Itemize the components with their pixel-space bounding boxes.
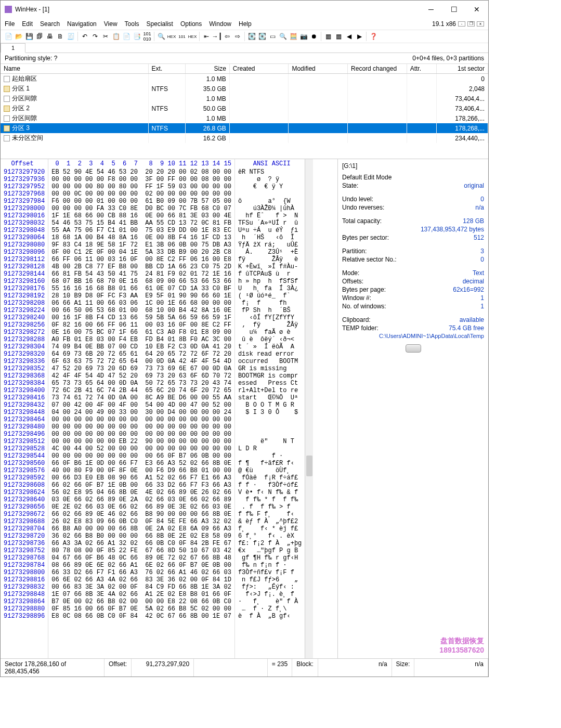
partition-table: Name Ext. Size Created Modified Record c… bbox=[1, 64, 488, 143]
magnify-icon[interactable]: 🔍 bbox=[278, 32, 288, 41]
table-row[interactable]: 分区间隙1.0 MB178,266,... bbox=[1, 113, 488, 123]
minimize-button[interactable]: ─ bbox=[420, 3, 442, 16]
col-modified[interactable]: Modified bbox=[289, 64, 348, 74]
col-size[interactable]: Size bbox=[185, 64, 229, 74]
hex-bytes-column[interactable]: 0 1 2 3 4 5 6 7 8 9 10 11 12 13 14 15EB … bbox=[48, 159, 234, 658]
sub-close-button[interactable]: x bbox=[477, 21, 484, 27]
close-button[interactable]: ✕ bbox=[465, 3, 488, 16]
ascii-column[interactable]: ANSI ASCIIëR NTFS ø ? ÿ € € ÿ Y ö a° {W … bbox=[234, 159, 305, 658]
disk1-icon[interactable]: 💽 bbox=[247, 32, 256, 41]
col-record[interactable]: Record changed bbox=[348, 64, 407, 74]
goto-start-icon[interactable]: ⇤ bbox=[202, 32, 211, 41]
redo-icon[interactable]: ↷ bbox=[90, 32, 100, 41]
col-attr[interactable]: Attr. bbox=[407, 64, 436, 74]
menu-view[interactable]: View bbox=[104, 20, 118, 28]
win-no-label: Window #: bbox=[342, 294, 371, 302]
table-row[interactable]: 起始扇区1.0 MB0 bbox=[1, 74, 488, 84]
blocks2-icon[interactable]: ▦ bbox=[334, 32, 343, 41]
edit-mode-label: Default Edit Mode bbox=[342, 174, 392, 181]
toolbar: 📄 📂 💾 🗐 🖶 🗎 🧾 ↶ ↷ ✂ 📋 📄 📑 101010 🔍 HEX 1… bbox=[1, 30, 488, 43]
menu-navigation[interactable]: Navigation bbox=[67, 20, 97, 28]
replace-icon[interactable]: 101 bbox=[177, 32, 187, 41]
record-icon[interactable]: ⏺ bbox=[309, 32, 319, 41]
bps-value: 512 bbox=[474, 234, 484, 241]
camera-icon[interactable]: 📷 bbox=[299, 32, 308, 41]
tab-1[interactable]: 1 bbox=[1, 43, 25, 53]
next-icon[interactable]: ▶ bbox=[355, 32, 364, 41]
menu-file[interactable]: File bbox=[5, 20, 15, 28]
capacity-label: Total capacity: bbox=[342, 217, 382, 225]
fwd-icon[interactable]: ⇨ bbox=[233, 32, 242, 41]
drive-path: [G:\1] bbox=[342, 162, 357, 170]
col-name[interactable]: Name bbox=[1, 64, 148, 74]
calc-icon[interactable]: 🧮 bbox=[289, 32, 298, 41]
back-icon[interactable]: ⇦ bbox=[223, 32, 232, 41]
cut-icon[interactable]: ✂ bbox=[101, 32, 110, 41]
no-win-label: No. of windows: bbox=[342, 303, 386, 310]
prev-icon[interactable]: ◀ bbox=[344, 32, 354, 41]
win-no-value: 1 bbox=[480, 294, 484, 302]
info-panel: [G:\1] Default Edit Mode State:original … bbox=[337, 159, 488, 658]
sub-minimize-button[interactable]: - bbox=[458, 21, 465, 27]
maximize-button[interactable]: ☐ bbox=[442, 3, 465, 16]
disk2-icon[interactable]: 💽 bbox=[257, 32, 267, 41]
status-size-value: n/a bbox=[414, 659, 488, 677]
menu-specialist[interactable]: Specialist bbox=[147, 20, 173, 28]
menu-options[interactable]: Options bbox=[180, 20, 202, 28]
menu-help[interactable]: Help bbox=[239, 20, 252, 28]
rel-sector-label: Relative sector No.: bbox=[342, 256, 397, 263]
menu-window[interactable]: Window bbox=[209, 20, 231, 28]
partition-label: Partition: bbox=[342, 248, 367, 255]
state-value: original bbox=[464, 182, 484, 189]
undo-level-value: 0 bbox=[480, 196, 484, 203]
table-row[interactable]: 分区间隙1.0 MB73,404,4... bbox=[1, 94, 488, 103]
offsets-label: Offsets: bbox=[342, 278, 363, 285]
table-row[interactable]: 未分区空间16.2 GB234,440,... bbox=[1, 133, 488, 143]
save-icon[interactable]: 💾 bbox=[24, 32, 34, 41]
col-ext[interactable]: Ext. bbox=[148, 64, 185, 74]
paste2-icon[interactable]: 📑 bbox=[132, 32, 141, 41]
find-hex-icon[interactable]: HEX bbox=[167, 32, 176, 41]
partition-value: 3 bbox=[480, 248, 484, 255]
table-row[interactable]: 分区 3NTFS26.8 GB178,268,... bbox=[1, 123, 488, 133]
bpp-value: 62x16=992 bbox=[453, 286, 484, 293]
menu-search[interactable]: Search bbox=[40, 20, 60, 28]
table-row[interactable]: 分区 1NTFS35.0 GB2,048 bbox=[1, 84, 488, 94]
watermark-line1: 盘首数据恢复 bbox=[439, 636, 484, 646]
status-offset-value: 91,273,297,920 bbox=[132, 659, 194, 677]
menu-edit[interactable]: Edit bbox=[22, 20, 33, 28]
open-icon[interactable]: 📂 bbox=[14, 32, 23, 41]
replace-hex-icon[interactable]: HEX bbox=[188, 32, 197, 41]
goto-offset-icon[interactable]: →┃ bbox=[212, 32, 221, 41]
table-row[interactable]: 分区 2NTFS50.0 GB73,406,4... bbox=[1, 103, 488, 113]
version-label: 19.1 x86 bbox=[432, 20, 456, 28]
status-eq: = 235 bbox=[268, 659, 292, 677]
col-created[interactable]: Created bbox=[229, 64, 289, 74]
ram-icon[interactable]: ▭ bbox=[268, 32, 277, 41]
app-icon bbox=[5, 6, 12, 13]
status-sector: Sector 178,268,160 of 268,435,456 bbox=[1, 659, 105, 677]
no-win-value: 1 bbox=[480, 303, 484, 310]
disk-icon bbox=[406, 344, 421, 353]
print-icon[interactable]: 🖶 bbox=[45, 32, 55, 41]
hex-scrollbar[interactable] bbox=[305, 159, 313, 658]
tree-icon[interactable]: 🧾 bbox=[66, 32, 75, 41]
menu-tools[interactable]: Tools bbox=[125, 20, 139, 28]
undo-icon[interactable]: ↶ bbox=[80, 32, 89, 41]
find-icon[interactable]: 🔍 bbox=[156, 32, 166, 41]
help-icon[interactable]: ❓ bbox=[369, 32, 378, 41]
copy-icon[interactable]: 📋 bbox=[111, 32, 121, 41]
state-label: State: bbox=[342, 182, 358, 189]
col-first[interactable]: 1st sector bbox=[436, 64, 488, 74]
save2-icon[interactable]: 🗐 bbox=[35, 32, 44, 41]
temp-path: C:\Users\ADMINI~1\AppData\Local\Temp bbox=[379, 333, 484, 339]
paste-icon[interactable]: 📄 bbox=[122, 32, 131, 41]
offset-icon[interactable]: 101010 bbox=[142, 32, 152, 41]
new-icon[interactable]: 📄 bbox=[4, 32, 13, 41]
sub-restore-button[interactable]: ❐ bbox=[467, 21, 475, 27]
offset-column[interactable]: Offset 91273297920 91273297936 912732979… bbox=[1, 159, 48, 658]
blocks-icon[interactable]: ▦ bbox=[323, 32, 333, 41]
props-icon[interactable]: 🗎 bbox=[56, 32, 65, 41]
status-offset-label: Offset: bbox=[105, 659, 132, 677]
mode-label: Mode: bbox=[342, 269, 359, 277]
